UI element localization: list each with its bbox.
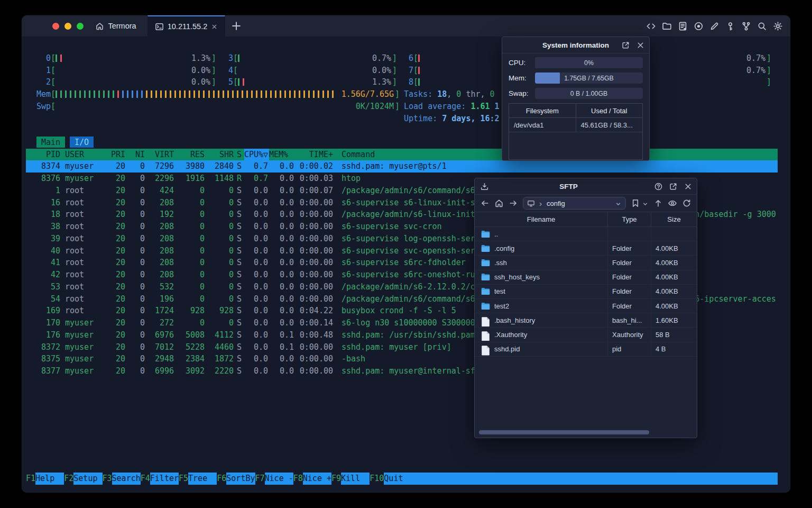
file-row-.config[interactable]: .configFolder4.00KB — [475, 241, 697, 256]
fkey-f5[interactable]: F5 — [179, 473, 188, 485]
up-directory-icon[interactable] — [653, 198, 663, 208]
code-icon[interactable] — [646, 21, 656, 31]
home-icon[interactable] — [494, 198, 504, 208]
file-row-test2[interactable]: test2Folder4.00KB — [475, 299, 697, 313]
chevron-down-icon[interactable] — [615, 200, 622, 207]
fkey-f6[interactable]: F6 — [217, 473, 226, 485]
tab-session-label: 10.211.55.2 — [168, 22, 208, 31]
file-row-.ssh[interactable]: .sshFolder4.00KB — [475, 256, 697, 270]
column-header-pri[interactable]: PRI — [110, 149, 125, 161]
show-hidden-icon[interactable] — [668, 198, 677, 208]
fkey-action-sortby[interactable]: SortBy — [226, 473, 255, 485]
fkey-action-nice[interactable]: Nice - — [265, 473, 293, 485]
fkey-action-kill[interactable]: Kill — [341, 473, 370, 485]
bookmark-icon[interactable] — [631, 198, 640, 208]
fkey-action-tree[interactable]: Tree — [188, 473, 217, 485]
file-table-header[interactable]: Filename Type Size — [475, 212, 697, 227]
cpu8-meter-label: 8 — [404, 76, 413, 88]
fkey-f3[interactable]: F3 — [103, 473, 112, 485]
fkey-action-quit[interactable]: Quit — [384, 473, 778, 485]
close-tab-icon[interactable] — [211, 23, 218, 30]
file-row-ssh_host_keys[interactable]: ssh_host_keysFolder4.00KB — [475, 270, 697, 285]
bookmark-dropdown-icon[interactable] — [642, 200, 649, 207]
column-header-cpu[interactable]: CPU%▽ — [244, 149, 268, 161]
branch-icon[interactable] — [741, 21, 751, 31]
file-row-.Xauthority[interactable]: .XauthorityXauthority58 B — [475, 328, 697, 342]
fkey-action-nice[interactable]: Nice + — [303, 473, 331, 485]
column-header-ni[interactable]: NI — [126, 149, 145, 161]
fkey-f7[interactable]: F7 — [255, 473, 265, 485]
back-icon[interactable] — [480, 198, 490, 208]
fkey-action-filter[interactable]: Filter — [150, 473, 179, 485]
column-header-mem[interactable]: MEM% — [269, 149, 294, 161]
edit-icon[interactable] — [709, 21, 719, 31]
open-in-window-icon[interactable] — [669, 182, 678, 191]
column-header-virt[interactable]: VIRT — [146, 149, 174, 161]
sftp-header: SFTP — [475, 178, 697, 195]
cpu1-meter-label: 1 — [36, 65, 51, 77]
cpu3-meter-label: 3 — [224, 52, 233, 65]
cpu0-meter-label: 0 — [36, 52, 51, 65]
key-icon[interactable] — [725, 21, 735, 31]
tab-session[interactable]: 10.211.55.2 — [147, 15, 225, 37]
help-icon[interactable] — [654, 182, 663, 191]
minimize-window-button[interactable] — [64, 23, 71, 30]
folder-icon — [481, 244, 490, 252]
file-icon — [481, 316, 490, 324]
cpu2-meter-label: 2 — [36, 76, 51, 88]
meter-mem: Mem:1.75GB / 7.65GB — [509, 72, 643, 84]
process-row-8374[interactable]: 8374myuser200729639802840S0.70.00:00.02s… — [26, 160, 778, 173]
file-row-test[interactable]: testFolder4.00KB — [475, 285, 697, 299]
fkey-action-setup[interactable]: Setup — [73, 473, 102, 485]
file-row-..[interactable]: .. — [475, 227, 697, 241]
htop-tab-main[interactable]: Main — [36, 137, 65, 148]
fkey-action-help[interactable]: Help — [35, 473, 64, 485]
column-header-time[interactable]: TIME+ — [295, 149, 333, 161]
size-column-header[interactable]: Size — [651, 212, 697, 226]
tab-termora[interactable]: Termora — [89, 15, 142, 37]
new-tab-button[interactable] — [230, 20, 242, 32]
swap-meter-value: 0K/1024M — [56, 101, 394, 113]
close-icon[interactable] — [684, 182, 693, 191]
swap-meter-label: Swp — [36, 101, 51, 113]
file-row-.bash_history[interactable]: .bash_historybash_hi...1.60KB — [475, 313, 697, 328]
type-column-header[interactable]: Type — [608, 212, 651, 226]
download-icon[interactable] — [480, 182, 489, 191]
column-header-user[interactable]: USER — [65, 149, 110, 161]
folder-icon[interactable] — [662, 21, 672, 31]
column-header-s[interactable]: S — [237, 149, 244, 161]
column-header-res[interactable]: RES — [175, 149, 205, 161]
close-icon[interactable] — [636, 41, 645, 50]
column-header-pid[interactable]: PID — [31, 149, 60, 161]
fs-column-usedtotal: Used / Total — [576, 104, 643, 117]
fkey-f10[interactable]: F10 — [370, 473, 384, 485]
titlebar: Termora 10.211.55.2 — [22, 15, 790, 37]
close-window-button[interactable] — [52, 23, 59, 30]
sftp-panel: SFTP config Filename Type Size — [474, 178, 697, 438]
open-in-window-icon[interactable] — [621, 41, 630, 50]
system-information-header: System information — [502, 37, 649, 53]
htop-tab-io[interactable]: I/O — [70, 137, 94, 148]
horizontal-scrollbar-thumb[interactable] — [479, 430, 649, 434]
refresh-icon[interactable] — [682, 198, 691, 208]
record-icon[interactable] — [694, 21, 704, 31]
fkey-f2[interactable]: F2 — [64, 473, 73, 485]
current-path: config — [547, 199, 612, 207]
settings-icon[interactable] — [773, 21, 783, 31]
fkey-f4[interactable]: F4 — [141, 473, 150, 485]
fkey-f1[interactable]: F1 — [26, 473, 35, 485]
search-icon[interactable] — [757, 21, 767, 31]
zoom-window-button[interactable] — [77, 23, 84, 30]
column-header-shr[interactable]: SHR — [206, 149, 234, 161]
fkey-action-search[interactable]: Search — [112, 473, 141, 485]
log-icon[interactable] — [678, 21, 688, 31]
fkey-f9[interactable]: F9 — [331, 473, 341, 485]
fkey-f8[interactable]: F8 — [293, 473, 303, 485]
file-row-sshd.pid[interactable]: sshd.pidpid4 B — [475, 342, 697, 357]
memory-meter-value: 1.56G/7.65G — [56, 88, 394, 101]
chevron-right-icon — [538, 200, 544, 206]
path-breadcrumb[interactable]: config — [523, 197, 626, 210]
forward-icon[interactable] — [509, 198, 518, 208]
process-table-header[interactable]: PIDUSERPRINIVIRTRESSHRSCPU%▽MEM%TIME+Com… — [26, 149, 778, 161]
filename-column-header[interactable]: Filename — [475, 212, 608, 226]
